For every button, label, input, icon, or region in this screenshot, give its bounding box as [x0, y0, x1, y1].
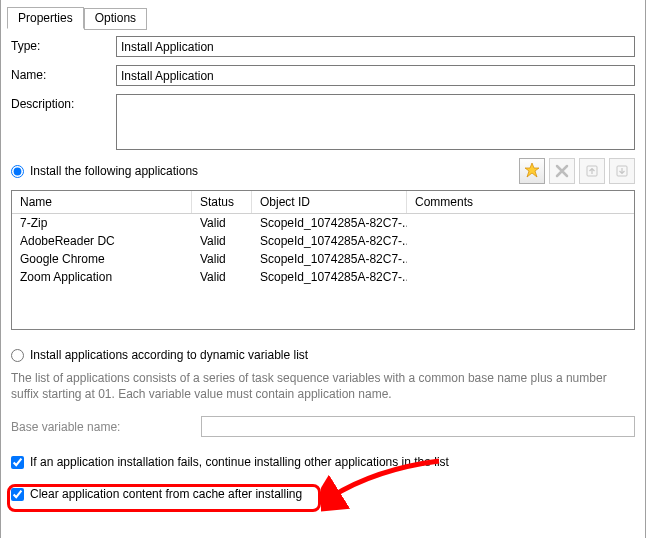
new-button[interactable] [519, 158, 545, 184]
cell-comments [407, 232, 634, 250]
move-down-icon [614, 163, 630, 179]
check-continue-on-fail-label: If an application installation fails, co… [30, 455, 449, 469]
tab-bar: Properties Options [7, 6, 635, 28]
radio-dynamic-list-label: Install applications according to dynami… [30, 348, 308, 362]
cell-name: 7-Zip [12, 214, 192, 232]
cell-status: Valid [192, 268, 252, 286]
base-variable-field [201, 416, 635, 437]
base-variable-label: Base variable name: [11, 420, 201, 434]
delete-x-icon [555, 164, 569, 178]
name-label: Name: [11, 65, 116, 82]
table-header: Name Status Object ID Comments [12, 191, 634, 214]
cell-oid: ScopeId_1074285A-82C7-... [252, 214, 407, 232]
radio-dynamic-list[interactable]: Install applications according to dynami… [11, 348, 635, 362]
starburst-icon [524, 163, 540, 179]
table-row[interactable]: AdobeReader DC Valid ScopeId_1074285A-82… [12, 232, 634, 250]
table-row[interactable]: 7-Zip Valid ScopeId_1074285A-82C7-... [12, 214, 634, 232]
move-down-button [609, 158, 635, 184]
move-up-button [579, 158, 605, 184]
cell-name: AdobeReader DC [12, 232, 192, 250]
move-up-icon [584, 163, 600, 179]
svg-marker-0 [525, 163, 539, 177]
check-continue-on-fail-input[interactable] [11, 456, 24, 469]
properties-panel: Properties Options Type: Name: Descripti… [0, 0, 646, 538]
cell-oid: ScopeId_1074285A-82C7-... [252, 232, 407, 250]
cell-status: Valid [192, 232, 252, 250]
type-label: Type: [11, 36, 116, 53]
radio-install-following-input[interactable] [11, 165, 24, 178]
col-header-objectid[interactable]: Object ID [252, 191, 407, 213]
col-header-name[interactable]: Name [12, 191, 192, 213]
check-clear-cache[interactable]: Clear application content from cache aft… [11, 487, 635, 501]
cell-oid: ScopeId_1074285A-82C7-... [252, 268, 407, 286]
table-row[interactable]: Google Chrome Valid ScopeId_1074285A-82C… [12, 250, 634, 268]
check-continue-on-fail[interactable]: If an application installation fails, co… [11, 455, 635, 469]
applications-table[interactable]: Name Status Object ID Comments 7-Zip Val… [11, 190, 635, 330]
cell-name: Zoom Application [12, 268, 192, 286]
base-variable-row: Base variable name: [11, 416, 635, 437]
cell-name: Google Chrome [12, 250, 192, 268]
cell-status: Valid [192, 250, 252, 268]
radio-install-following-label: Install the following applications [30, 164, 198, 178]
dynamic-help-text: The list of applications consists of a s… [11, 370, 635, 402]
check-clear-cache-input[interactable] [11, 488, 24, 501]
table-toolbar [519, 158, 635, 184]
cell-comments [407, 250, 634, 268]
check-clear-cache-label: Clear application content from cache aft… [30, 487, 302, 501]
name-field[interactable] [116, 65, 635, 86]
col-header-status[interactable]: Status [192, 191, 252, 213]
cell-comments [407, 214, 634, 232]
radio-install-following[interactable]: Install the following applications [11, 164, 198, 178]
radio-dynamic-list-input[interactable] [11, 349, 24, 362]
description-field[interactable] [116, 94, 635, 150]
table-row[interactable]: Zoom Application Valid ScopeId_1074285A-… [12, 268, 634, 286]
cell-status: Valid [192, 214, 252, 232]
cell-oid: ScopeId_1074285A-82C7-... [252, 250, 407, 268]
delete-button [549, 158, 575, 184]
type-field [116, 36, 635, 57]
tab-properties[interactable]: Properties [7, 7, 84, 29]
tab-options[interactable]: Options [84, 8, 147, 30]
description-label: Description: [11, 94, 116, 111]
cell-comments [407, 268, 634, 286]
table-body: 7-Zip Valid ScopeId_1074285A-82C7-... Ad… [12, 214, 634, 329]
col-header-comments[interactable]: Comments [407, 191, 634, 213]
